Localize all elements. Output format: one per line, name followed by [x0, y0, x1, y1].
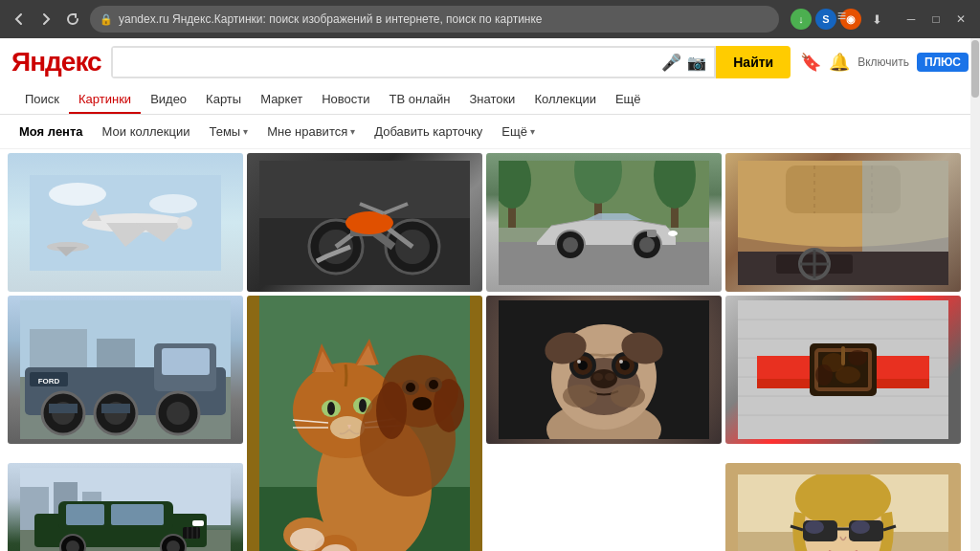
include-button[interactable]: Включить — [858, 55, 909, 69]
svg-point-158 — [851, 520, 870, 534]
image-supercar[interactable] — [486, 153, 722, 292]
address-bar[interactable]: 🔒 yandex.ru Яндекс.Картинки: поиск изобр… — [90, 6, 779, 33]
svg-point-71 — [359, 399, 367, 412]
chevron-icon-3: ▾ — [530, 126, 535, 137]
svg-point-70 — [327, 402, 335, 415]
search-bar[interactable]: 🎤 📷 — [111, 46, 717, 78]
svg-point-31 — [668, 231, 678, 236]
yandex-logo[interactable]: Яндекс — [11, 47, 101, 77]
header-right: 🔖 🔔 Включить ПЛЮС — [800, 52, 969, 73]
svg-rect-25 — [499, 242, 709, 285]
svg-rect-30 — [647, 230, 657, 237]
image-cat-dog[interactable] — [247, 296, 482, 551]
svg-rect-127 — [877, 379, 929, 388]
svg-point-123 — [835, 366, 860, 384]
svg-point-1 — [49, 183, 106, 206]
ext-icon-blue[interactable]: S — [815, 9, 836, 30]
chevron-icon: ▾ — [243, 126, 248, 137]
svg-point-27 — [563, 237, 578, 253]
scrollbar-thumb[interactable] — [971, 40, 979, 98]
image-motorcycle[interactable] — [247, 153, 482, 292]
svg-rect-59 — [101, 404, 130, 413]
svg-point-106 — [563, 385, 597, 408]
menu-icon[interactable]: ≡ — [837, 8, 846, 25]
svg-point-122 — [848, 350, 867, 365]
bell-icon[interactable]: 🔔 — [829, 52, 850, 73]
svg-point-101 — [577, 360, 581, 364]
browser-controls — [8, 8, 84, 31]
tab-maps[interactable]: Карты — [196, 86, 251, 114]
image-woman-sunglasses[interactable] — [725, 463, 961, 552]
svg-point-157 — [805, 520, 824, 534]
toolbar-my-collections[interactable]: Мои коллекции — [95, 121, 198, 143]
tab-more[interactable]: Ещё — [606, 86, 651, 114]
search-icon-area: 🎤 📷 — [654, 53, 714, 73]
microphone-icon[interactable]: 🎤 — [661, 53, 681, 73]
search-container: 🎤 📷 Найти — [111, 46, 791, 78]
svg-point-7 — [177, 216, 192, 230]
toolbar-liked[interactable]: Мне нравится ▾ — [259, 121, 363, 143]
svg-rect-49 — [162, 348, 210, 375]
image-belt-buckle[interactable] — [725, 296, 961, 444]
page: Яндекс 🎤 📷 Найти 🔖 🔔 Включ — [0, 38, 980, 551]
toolbar-themes[interactable]: Темы ▾ — [201, 121, 256, 143]
scrollbar-track[interactable] — [970, 38, 980, 551]
svg-point-85 — [429, 380, 438, 389]
nav-tabs: Поиск Картинки Видео Карты Маркет Новост… — [11, 86, 969, 114]
tab-tv[interactable]: ТВ онлайн — [380, 86, 460, 114]
svg-point-2 — [149, 194, 197, 213]
svg-point-105 — [605, 373, 614, 381]
svg-text:FORD: FORD — [38, 377, 60, 386]
forward-button[interactable] — [34, 8, 57, 31]
image-pug[interactable] — [486, 296, 722, 444]
ext-icon-green[interactable]: ↓ — [791, 9, 812, 30]
tab-search[interactable]: Поиск — [15, 86, 69, 114]
chevron-icon-2: ▾ — [350, 126, 355, 137]
svg-rect-136 — [111, 504, 164, 525]
svg-point-86 — [412, 397, 432, 410]
toolbar: Моя лента Мои коллекции Темы ▾ Мне нрави… — [0, 115, 980, 149]
close-button[interactable]: ✕ — [949, 8, 972, 31]
tab-images[interactable]: Картинки — [69, 86, 141, 114]
refresh-button[interactable] — [61, 8, 84, 31]
toolbar-my-feed[interactable]: Моя лента — [11, 121, 91, 143]
svg-point-124 — [815, 364, 833, 386]
svg-rect-135 — [66, 504, 104, 525]
svg-point-89 — [290, 528, 324, 551]
image-car-interior[interactable] — [725, 153, 961, 292]
svg-point-107 — [611, 385, 645, 408]
image-truck[interactable]: FORD — [8, 296, 243, 444]
tab-collections[interactable]: Коллекции — [524, 86, 606, 114]
minimize-button[interactable]: ─ — [900, 8, 923, 31]
svg-point-104 — [593, 373, 603, 381]
camera-icon[interactable]: 📷 — [687, 54, 706, 72]
tab-video[interactable]: Видео — [141, 86, 196, 114]
download-button[interactable]: ⬇ — [865, 8, 888, 31]
plus-badge[interactable]: ПЛЮС — [917, 53, 969, 72]
header-top: Яндекс 🎤 📷 Найти 🔖 🔔 Включ — [11, 46, 969, 78]
bookmark-icon[interactable]: 🔖 — [800, 52, 821, 73]
svg-point-84 — [406, 383, 415, 392]
image-grid: FORD — [0, 149, 980, 551]
toolbar-add-card[interactable]: Добавить карточку — [367, 121, 490, 143]
search-input[interactable] — [113, 48, 655, 77]
image-car2[interactable] — [8, 463, 243, 552]
browser-right-controls: ↓ S ◉ ⬇ ─ □ ✕ — [791, 8, 972, 31]
svg-rect-141 — [192, 520, 204, 526]
back-button[interactable] — [8, 8, 31, 31]
toolbar-more[interactable]: Ещё ▾ — [494, 121, 543, 143]
image-airplane[interactable] — [8, 153, 243, 292]
search-button[interactable]: Найти — [716, 46, 791, 78]
svg-point-29 — [639, 237, 655, 253]
url-text: yandex.ru Яндекс.Картинки: поиск изображ… — [119, 12, 543, 26]
svg-point-55 — [167, 402, 189, 425]
svg-point-80 — [376, 382, 407, 439]
svg-point-102 — [619, 360, 623, 364]
maximize-button[interactable]: □ — [924, 8, 947, 31]
lock-icon: 🔒 — [100, 13, 113, 26]
svg-point-77 — [330, 416, 365, 439]
tab-experts[interactable]: Знатоки — [459, 86, 524, 114]
svg-rect-58 — [49, 404, 78, 413]
tab-market[interactable]: Маркет — [251, 86, 312, 114]
tab-news[interactable]: Новости — [312, 86, 379, 114]
